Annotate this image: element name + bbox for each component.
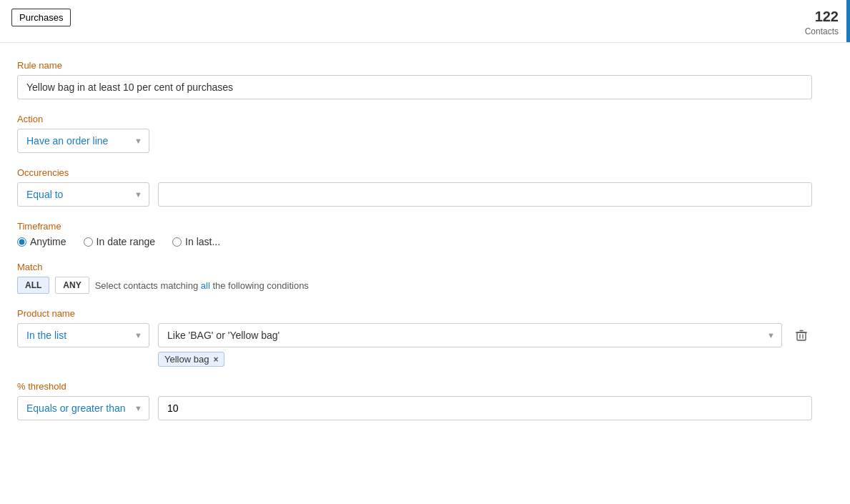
match-row: ALL ANY Select contacts matching all the…	[17, 277, 812, 294]
rule-name-label: Rule name	[17, 60, 812, 71]
match-all-link[interactable]: all	[201, 280, 210, 291]
action-select-wrapper: Have an order line Have a purchase Did n…	[17, 129, 149, 153]
rule-name-group: Rule name	[17, 60, 812, 99]
product-name-group: Product name In the list Not in the list…	[17, 308, 812, 367]
occurencies-select[interactable]: Equal to Greater than Less than Equals o…	[17, 182, 149, 207]
contacts-count: 122	[805, 9, 839, 25]
product-value-select-container: Like 'BAG' or 'Yellow bag' ▼	[158, 323, 782, 347]
timeframe-anytime-radio[interactable]	[17, 237, 26, 247]
purchases-tab[interactable]: Purchases	[11, 9, 71, 26]
match-description: Select contacts matching all the followi…	[95, 280, 309, 291]
tag-area: Yellow bag ×	[158, 352, 782, 367]
tag-label: Yellow bag	[164, 354, 209, 365]
occurencies-group: Occurencies Equal to Greater than Less t…	[17, 167, 812, 207]
timeframe-daterange-label: In date range	[97, 236, 156, 247]
threshold-group: % threshold Equals or greater than Equal…	[17, 381, 812, 420]
match-any-button[interactable]: ANY	[55, 277, 89, 294]
timeframe-options: Anytime In date range In last...	[17, 236, 812, 247]
timeframe-anytime[interactable]: Anytime	[17, 236, 66, 247]
threshold-operator-wrapper: Equals or greater than Equals or less th…	[17, 396, 149, 420]
product-delete-button[interactable]	[791, 323, 812, 350]
timeframe-daterange-radio[interactable]	[84, 237, 93, 247]
match-group: Match ALL ANY Select contacts matching a…	[17, 262, 812, 294]
trash-icon	[795, 329, 808, 342]
rule-name-input[interactable]	[17, 75, 812, 99]
blue-bar-accent	[846, 0, 850, 42]
match-all-button[interactable]: ALL	[17, 277, 49, 294]
match-label: Match	[17, 262, 812, 272]
svg-rect-0	[797, 332, 806, 340]
timeframe-inlast-radio[interactable]	[172, 237, 182, 247]
product-operator-wrapper: In the list Not in the list Contains Equ…	[17, 323, 149, 347]
contacts-label: Contacts	[805, 26, 839, 36]
tag-remove-button[interactable]: ×	[213, 355, 218, 365]
timeframe-daterange[interactable]: In date range	[84, 236, 156, 247]
threshold-value-input[interactable]	[158, 396, 812, 420]
timeframe-inlast[interactable]: In last...	[172, 236, 220, 247]
action-select[interactable]: Have an order line Have a purchase Did n…	[17, 129, 149, 153]
timeframe-anytime-label: Anytime	[30, 236, 66, 247]
occurencies-label: Occurencies	[17, 167, 812, 178]
timeframe-group: Timeframe Anytime In date range In last.…	[17, 221, 812, 247]
contacts-info: 122 Contacts	[805, 9, 839, 36]
occurencies-row: Equal to Greater than Less than Equals o…	[17, 182, 812, 207]
timeframe-inlast-label: In last...	[185, 236, 220, 247]
threshold-operator-select[interactable]: Equals or greater than Equals or less th…	[17, 396, 149, 420]
product-row: In the list Not in the list Contains Equ…	[17, 323, 812, 367]
threshold-label: % threshold	[17, 381, 812, 392]
product-name-label: Product name	[17, 308, 812, 319]
product-operator-select[interactable]: In the list Not in the list Contains Equ…	[17, 323, 149, 347]
occurencies-value-input[interactable]	[158, 182, 812, 207]
occurencies-select-wrapper: Equal to Greater than Less than Equals o…	[17, 182, 149, 207]
action-label: Action	[17, 114, 812, 124]
product-value-wrapper: Like 'BAG' or 'Yellow bag' ▼ Yellow bag …	[158, 323, 782, 367]
timeframe-label: Timeframe	[17, 221, 812, 232]
action-group: Action Have an order line Have a purchas…	[17, 114, 812, 153]
product-value-select[interactable]: Like 'BAG' or 'Yellow bag'	[158, 323, 782, 347]
threshold-row: Equals or greater than Equals or less th…	[17, 396, 812, 420]
yellow-bag-tag: Yellow bag ×	[158, 352, 224, 367]
